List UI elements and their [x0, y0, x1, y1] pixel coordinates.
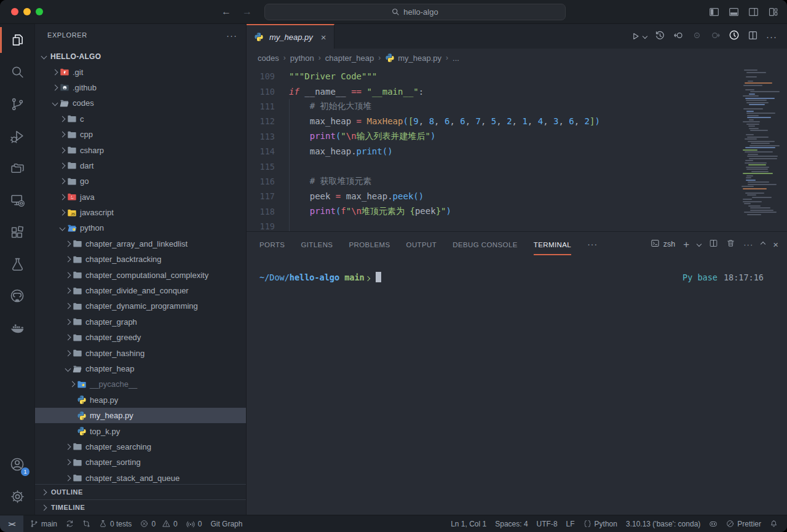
tree-item-top_k.py[interactable]: top_k.py	[35, 423, 246, 439]
code-line-115[interactable]: 115	[247, 159, 787, 173]
tree-item-csharp[interactable]: csharp	[35, 142, 246, 157]
chevron-down-icon[interactable]	[63, 367, 73, 371]
activity-debug-icon[interactable]	[0, 120, 34, 152]
chevron-right-icon[interactable]	[50, 70, 60, 74]
terminal-shell-selector[interactable]: zsh	[651, 239, 675, 250]
jump-back-icon[interactable]	[673, 30, 684, 43]
chevron-right-icon[interactable]	[63, 445, 73, 449]
tree-item-chapter_heap[interactable]: chapter_heap	[35, 361, 246, 376]
tree-item-chapter_searching[interactable]: chapter_searching	[35, 439, 246, 455]
chevron-right-icon[interactable]	[63, 335, 73, 339]
panel-tab-terminal[interactable]: TERMINAL	[534, 234, 571, 255]
panel-tab-output[interactable]: OUTPUT	[406, 234, 437, 255]
status-git-graph[interactable]: Git Graph	[206, 520, 247, 528]
breadcrumb-...[interactable]: ...	[453, 54, 459, 63]
chevron-right-icon[interactable]	[63, 288, 73, 293]
status-utf-8[interactable]: UTF-8	[532, 520, 562, 528]
zoom-window-button[interactable]	[36, 8, 43, 15]
code-line-117[interactable]: 117 peek = max_heap.peek()	[247, 189, 787, 204]
status-0[interactable]: 00	[136, 520, 181, 528]
breadcrumb-python[interactable]: python	[290, 54, 314, 63]
activity-settings-icon[interactable]	[0, 480, 34, 512]
chevron-right-icon[interactable]	[57, 164, 67, 168]
tree-item-chapter_greedy[interactable]: chapter_greedy	[35, 330, 246, 345]
tree-item-dart[interactable]: dart	[35, 158, 246, 173]
code-line-111[interactable]: 111 # 初始化大顶堆	[247, 99, 787, 114]
navigate-forward-icon[interactable]: →	[242, 6, 252, 17]
toggle-primary-sidebar-icon[interactable]	[709, 7, 719, 17]
tree-item-python[interactable]: python	[35, 220, 246, 236]
maximize-panel-icon[interactable]	[761, 242, 765, 247]
activity-docker-icon[interactable]	[0, 312, 34, 344]
chevron-right-icon[interactable]	[63, 273, 73, 277]
code-line-113[interactable]: 113 print("\n输入列表并建堆后")	[247, 129, 787, 144]
customize-layout-icon[interactable]	[768, 7, 778, 17]
status-prettier[interactable]: Prettier	[722, 520, 765, 528]
code-editor[interactable]: 109"""Driver Code"""110if __name__ == "_…	[247, 67, 787, 231]
local-history-icon[interactable]	[655, 30, 665, 43]
tree-item-chapter_hashing[interactable]: chapter_hashing	[35, 345, 246, 360]
activity-extensions-icon[interactable]	[0, 216, 34, 248]
chevron-right-icon[interactable]	[57, 148, 67, 153]
chevron-right-icon[interactable]	[67, 382, 77, 386]
status-bell[interactable]	[765, 520, 782, 528]
tree-item-cpp[interactable]: cpp	[35, 127, 246, 142]
breadcrumb-codes[interactable]: codes	[258, 54, 279, 63]
code-line-118[interactable]: 118 print(f"\n堆顶元素为 {peek}")	[247, 204, 787, 219]
close-panel-icon[interactable]: ×	[773, 239, 778, 250]
command-center-search[interactable]: hello-algo	[264, 4, 566, 20]
tree-item-go[interactable]: go	[35, 173, 246, 189]
chevron-right-icon[interactable]	[63, 320, 73, 324]
status-main[interactable]: main	[26, 520, 61, 528]
navigate-back-icon[interactable]: ←	[221, 6, 231, 17]
tree-item-chapter_divide_and_conquer[interactable]: chapter_divide_and_conquer	[35, 283, 246, 298]
remote-indicator[interactable]: ><	[0, 515, 23, 532]
chevron-right-icon[interactable]	[57, 195, 67, 199]
timeline-section-header[interactable]: TIMELINE	[35, 499, 246, 515]
chevron-right-icon[interactable]	[57, 132, 67, 137]
status-0[interactable]: 0	[182, 520, 207, 528]
split-editor-icon[interactable]	[748, 30, 758, 43]
breadcrumb-chapter_heap[interactable]: chapter_heap	[325, 54, 374, 63]
chevron-right-icon[interactable]	[57, 179, 67, 183]
tree-item-HELLO-ALGO[interactable]: HELLO-ALGO	[35, 49, 246, 64]
status-compare[interactable]	[78, 520, 95, 528]
activity-folders-icon[interactable]	[0, 152, 34, 184]
code-line-109[interactable]: 109"""Driver Code"""	[247, 69, 787, 84]
chevron-right-icon[interactable]	[50, 85, 60, 90]
activity-explorer-icon[interactable]	[0, 24, 34, 56]
chevron-down-icon[interactable]	[39, 54, 49, 58]
tree-item-c[interactable]: c	[35, 111, 246, 127]
chevron-down-icon[interactable]	[57, 226, 67, 230]
status-0-tests[interactable]: 0 tests	[95, 520, 136, 528]
activity-github-icon[interactable]	[0, 280, 34, 312]
tree-item-my_heap.py[interactable]: my_heap.py	[35, 408, 246, 423]
activity-testing-icon[interactable]	[0, 248, 34, 280]
chevron-right-icon[interactable]	[63, 460, 73, 464]
status-sync[interactable]	[61, 520, 78, 528]
status-3-10-13-base-conda-[interactable]: 3.10.13 ('base': conda)	[622, 520, 705, 528]
split-terminal-icon[interactable]	[709, 239, 718, 250]
code-line-112[interactable]: 112 max_heap = MaxHeap([9, 8, 6, 6, 7, 5…	[247, 114, 787, 129]
panel-more-tabs-icon[interactable]: ···	[587, 239, 598, 249]
panel-tab-ports[interactable]: PORTS	[259, 234, 285, 255]
chevron-right-icon[interactable]	[63, 257, 73, 261]
chevron-right-icon[interactable]	[63, 242, 73, 246]
code-line-114[interactable]: 114 max_heap.print()	[247, 144, 787, 159]
tree-item-chapter_array_and_linkedlist[interactable]: chapter_array_and_linkedlist	[35, 236, 246, 252]
chevron-right-icon[interactable]	[63, 351, 73, 355]
breadcrumb-my_heap.py[interactable]: my_heap.py	[385, 53, 441, 63]
sidebar-more-actions-icon[interactable]: ···	[226, 30, 237, 41]
activity-source-control-icon[interactable]	[0, 88, 34, 120]
tree-item-chapter_computational_complexity[interactable]: chapter_computational_complexity	[35, 267, 246, 282]
tree-item-__pycache__[interactable]: __pycache__	[35, 376, 246, 392]
kill-terminal-icon[interactable]	[726, 239, 735, 250]
chevron-down-icon[interactable]	[50, 101, 60, 105]
tree-item-java[interactable]: java	[35, 189, 246, 205]
tree-item-chapter_dynamic_programming[interactable]: chapter_dynamic_programming	[35, 298, 246, 314]
panel-tab-gitlens[interactable]: GITLENS	[301, 234, 333, 255]
status-python[interactable]: Python	[579, 520, 622, 528]
tree-item-.github[interactable]: .github	[35, 80, 246, 95]
new-terminal-icon[interactable]: +	[683, 239, 689, 250]
tree-item-chapter_graph[interactable]: chapter_graph	[35, 314, 246, 330]
